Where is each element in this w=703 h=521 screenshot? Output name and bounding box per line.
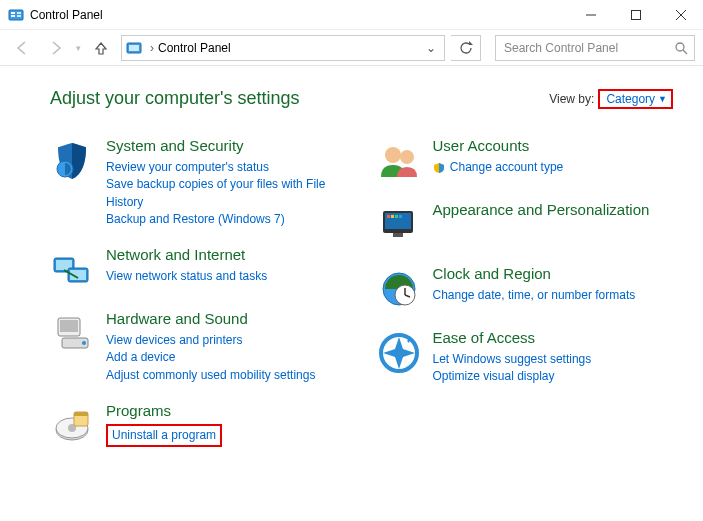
highlight-uninstall: Uninstall a program: [106, 424, 222, 447]
category-programs: Programs Uninstall a program: [50, 402, 347, 448]
sub-link[interactable]: View network status and tasks: [106, 268, 347, 285]
maximize-button[interactable]: [613, 1, 658, 29]
sub-link-label: Change account type: [450, 160, 563, 174]
page-title: Adjust your computer's settings: [50, 88, 549, 109]
up-button[interactable]: [87, 34, 115, 62]
shield-icon: [50, 139, 94, 183]
sub-link[interactable]: Add a device: [106, 349, 347, 366]
sub-link[interactable]: Let Windows suggest settings: [433, 351, 674, 368]
category-hardware: Hardware and Sound View devices and prin…: [50, 310, 347, 384]
view-by-dropdown[interactable]: Category ▼: [606, 92, 667, 106]
svg-rect-34: [395, 215, 398, 218]
address-bar[interactable]: › Control Panel ⌄: [121, 35, 445, 61]
sub-link[interactable]: View devices and printers: [106, 332, 347, 349]
content-header: Adjust your computer's settings View by:…: [50, 88, 673, 109]
control-panel-icon: [8, 7, 24, 23]
svg-rect-35: [399, 215, 402, 218]
svg-point-29: [400, 150, 414, 164]
navigation-bar: ▾ › Control Panel ⌄: [0, 30, 703, 66]
category-title[interactable]: Clock and Region: [433, 265, 674, 284]
right-column: User Accounts Change account type Appear…: [377, 137, 674, 466]
search-icon[interactable]: [674, 41, 688, 55]
forward-button[interactable]: [42, 34, 70, 62]
svg-rect-1: [11, 12, 15, 14]
network-icon: [50, 248, 94, 292]
svg-rect-32: [387, 215, 390, 218]
control-panel-icon: [126, 40, 142, 56]
search-input[interactable]: [502, 40, 674, 56]
view-by-value: Category: [606, 92, 655, 106]
svg-rect-36: [393, 233, 403, 237]
view-by: View by: Category ▼: [549, 89, 673, 109]
sub-link[interactable]: Adjust commonly used mobility settings: [106, 367, 347, 384]
sub-link[interactable]: Backup and Restore (Windows 7): [106, 211, 347, 228]
ease-icon: [377, 331, 421, 375]
svg-rect-10: [129, 45, 139, 51]
clock-icon: [377, 267, 421, 311]
svg-rect-6: [631, 10, 640, 19]
chevron-right-icon: ›: [150, 41, 154, 55]
sub-link-uninstall-program[interactable]: Uninstall a program: [112, 427, 216, 444]
svg-rect-4: [17, 15, 21, 17]
category-system-security: System and Security Review your computer…: [50, 137, 347, 228]
hardware-icon: [50, 312, 94, 356]
shield-small-icon: [433, 162, 445, 174]
appearance-icon: [377, 203, 421, 247]
svg-rect-3: [17, 12, 21, 14]
users-icon: [377, 139, 421, 183]
svg-rect-20: [60, 320, 78, 332]
sub-link[interactable]: Optimize visual display: [433, 368, 674, 385]
chevron-down-icon: ▼: [658, 94, 667, 104]
category-title[interactable]: Ease of Access: [433, 329, 674, 348]
search-box[interactable]: [495, 35, 695, 61]
highlight-viewby: Category ▼: [598, 89, 673, 109]
category-columns: System and Security Review your computer…: [50, 137, 673, 466]
category-title[interactable]: System and Security: [106, 137, 347, 156]
svg-point-22: [82, 341, 86, 345]
history-dropdown-icon[interactable]: ▾: [76, 43, 81, 53]
view-by-label: View by:: [549, 92, 594, 106]
category-title[interactable]: Programs: [106, 402, 347, 421]
address-text: Control Panel: [158, 41, 422, 55]
category-title[interactable]: User Accounts: [433, 137, 674, 156]
sub-link[interactable]: Change date, time, or number formats: [433, 287, 674, 304]
category-title[interactable]: Appearance and Personalization: [433, 201, 674, 220]
category-title[interactable]: Hardware and Sound: [106, 310, 347, 329]
content-area: Adjust your computer's settings View by:…: [0, 66, 703, 466]
category-user-accounts: User Accounts Change account type: [377, 137, 674, 183]
category-title[interactable]: Network and Internet: [106, 246, 347, 265]
back-button[interactable]: [8, 34, 36, 62]
svg-point-11: [676, 43, 684, 51]
chevron-down-icon[interactable]: ⌄: [422, 41, 440, 55]
category-ease-of-access: Ease of Access Let Windows suggest setti…: [377, 329, 674, 386]
close-button[interactable]: [658, 1, 703, 29]
programs-icon: [50, 404, 94, 448]
svg-line-12: [683, 50, 687, 54]
category-network: Network and Internet View network status…: [50, 246, 347, 292]
svg-rect-33: [391, 215, 394, 218]
window-title: Control Panel: [30, 8, 568, 22]
svg-rect-27: [74, 412, 88, 416]
svg-rect-2: [11, 15, 15, 17]
sub-link[interactable]: Review your computer's status: [106, 159, 347, 176]
sub-link[interactable]: Change account type: [433, 159, 674, 176]
title-bar: Control Panel: [0, 0, 703, 30]
category-clock-region: Clock and Region Change date, time, or n…: [377, 265, 674, 311]
svg-point-28: [385, 147, 401, 163]
category-appearance: Appearance and Personalization: [377, 201, 674, 247]
sub-link[interactable]: Save backup copies of your files with Fi…: [106, 176, 347, 211]
minimize-button[interactable]: [568, 1, 613, 29]
left-column: System and Security Review your computer…: [50, 137, 347, 466]
refresh-button[interactable]: [451, 35, 481, 61]
